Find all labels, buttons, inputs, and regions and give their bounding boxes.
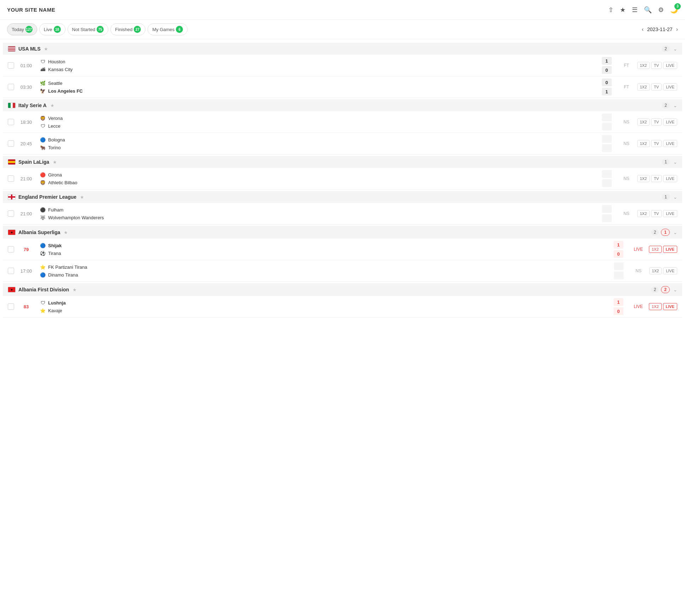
team-name-partizani: FK Partizani Tirana (48, 265, 87, 270)
match-checkbox[interactable] (8, 246, 14, 252)
league-name-albania-first: Albania First Division (18, 287, 69, 292)
flag-albania-first (8, 287, 16, 292)
date-navigation: ‹ 2023-11-27 › (642, 26, 678, 33)
match-checkbox[interactable] (8, 84, 14, 90)
away-score-empty (602, 123, 612, 130)
tv-button[interactable]: TV (651, 62, 662, 69)
team-icon-lushnja: 🛡 (40, 300, 46, 306)
one-x-two-button[interactable]: 1X2 (637, 83, 650, 91)
match-actions: 1X2 TV LIVE (637, 210, 678, 217)
team-row-home: 🛡 Houston (40, 58, 598, 65)
one-x-two-button[interactable]: 1X2 (637, 175, 650, 182)
live-button[interactable]: LIVE (663, 175, 677, 182)
live-button[interactable]: LIVE (663, 267, 677, 274)
home-score: 1 (602, 57, 612, 65)
match-checkbox[interactable] (8, 140, 14, 147)
tab-finished[interactable]: Finished 27 (110, 23, 145, 35)
match-actions: 1X2 LIVE (649, 303, 677, 310)
match-checkbox[interactable] (8, 62, 14, 69)
tv-button[interactable]: TV (651, 210, 662, 217)
league-chevron[interactable]: ⌄ (673, 194, 677, 200)
league-star-usa-mls[interactable]: ★ (44, 46, 48, 52)
league-chevron[interactable]: ⌄ (673, 46, 677, 52)
tab-not-started-count: 75 (97, 26, 104, 33)
tab-today[interactable]: Today 127 (7, 23, 37, 35)
match-score: 0 1 (602, 79, 612, 95)
live-button[interactable]: LIVE (663, 140, 677, 147)
team-icon-shijak: 🔵 (40, 242, 46, 249)
tab-finished-count: 27 (134, 26, 141, 33)
match-checkbox[interactable] (8, 210, 14, 217)
team-row-home: 🛡 Lushnja (40, 300, 610, 306)
team-row-home: 🦁 Verona (40, 115, 598, 121)
content: USA MLS ★ 2 ⌄ 01:00 🛡 Houston 🏙 Kansas C… (0, 39, 685, 322)
star-icon[interactable]: ★ (620, 6, 626, 14)
team-icon-lecce: 🛡 (40, 123, 46, 129)
live-active-button[interactable]: LIVE (663, 246, 677, 253)
tv-button[interactable]: TV (651, 140, 662, 147)
league-count-num: 2 (662, 102, 670, 109)
match-checkbox[interactable] (8, 175, 14, 182)
prev-date-button[interactable]: ‹ (642, 26, 644, 33)
search-icon[interactable]: 🔍 (644, 6, 652, 14)
notification-bell[interactable]: 🌙 3 (670, 6, 678, 14)
header-icons: ⇧ ★ ☰ 🔍 ⚙ 🌙 3 (608, 6, 678, 14)
league-count-england: 1 ⌄ (662, 194, 677, 200)
team-name-verona: Verona (48, 116, 63, 121)
one-x-two-live-button[interactable]: 1X2 (649, 303, 662, 310)
match-row: 20:45 🔵 Bologna 🐂 Torino NS 1X2 TV LIVE (3, 133, 682, 155)
share-icon[interactable]: ⇧ (608, 6, 614, 14)
menu-icon[interactable]: ☰ (632, 6, 638, 14)
live-button[interactable]: LIVE (663, 118, 677, 126)
match-teams: 🔵 Shijak ⚽ Tirana (40, 242, 610, 256)
settings-icon[interactable]: ⚙ (658, 6, 664, 14)
match-time: 01:00 (17, 63, 35, 68)
league-live-count: 2 (661, 286, 670, 293)
league-star-spain[interactable]: ★ (53, 159, 57, 165)
league-count-num: 2 (662, 46, 670, 52)
one-x-two-button[interactable]: 1X2 (637, 210, 650, 217)
league-chevron[interactable]: ⌄ (673, 103, 677, 108)
tab-not-started[interactable]: Not Started 75 (68, 23, 109, 35)
one-x-two-button[interactable]: 1X2 (649, 267, 662, 274)
tv-button[interactable]: TV (651, 83, 662, 91)
live-button[interactable]: LIVE (663, 62, 677, 69)
league-name-spain: Spain LaLiga (18, 159, 49, 165)
league-chevron[interactable]: ⌄ (673, 159, 677, 165)
one-x-two-button[interactable]: 1X2 (637, 140, 650, 147)
live-button[interactable]: LIVE (663, 210, 677, 217)
match-status: FT (616, 63, 637, 68)
team-icon-fulham: ⚫ (40, 207, 46, 213)
league-chevron[interactable]: ⌄ (673, 230, 677, 235)
league-chevron[interactable]: ⌄ (673, 287, 677, 292)
match-checkbox[interactable] (8, 303, 14, 310)
team-icon-lafc: 🦅 (40, 88, 46, 94)
league-star-albania-first[interactable]: ★ (73, 287, 77, 292)
match-checkbox[interactable] (8, 268, 14, 274)
match-status: NS (616, 176, 637, 181)
tab-my-games[interactable]: My Games 6 (148, 23, 188, 35)
one-x-two-live-button[interactable]: 1X2 (649, 246, 662, 253)
team-row-away: 🦅 Los Angeles FC (40, 88, 598, 94)
live-button[interactable]: LIVE (663, 83, 677, 91)
league-count-num: 2 (651, 286, 659, 293)
tv-button[interactable]: TV (651, 118, 662, 126)
one-x-two-button[interactable]: 1X2 (637, 118, 650, 126)
home-score-empty (602, 114, 612, 121)
tv-button[interactable]: TV (651, 175, 662, 182)
match-score (602, 170, 612, 187)
league-header-spain: Spain LaLiga ★ 1 ⌄ (3, 156, 682, 168)
next-date-button[interactable]: › (676, 26, 678, 33)
current-date: 2023-11-27 (647, 27, 673, 32)
one-x-two-button[interactable]: 1X2 (637, 62, 650, 69)
match-checkbox[interactable] (8, 119, 14, 125)
live-active-button[interactable]: LIVE (663, 303, 677, 310)
team-row-home: ⭐ FK Partizani Tirana (40, 264, 610, 270)
team-row-away: 🐺 Wolverhampton Wanderers (40, 214, 598, 221)
league-star-italy[interactable]: ★ (50, 103, 54, 108)
away-score-empty (602, 144, 612, 152)
league-star-albania[interactable]: ★ (64, 230, 68, 235)
match-teams: ⚫ Fulham 🐺 Wolverhampton Wanderers (40, 207, 598, 221)
tab-live[interactable]: Live 18 (39, 23, 65, 35)
league-star-england[interactable]: ★ (80, 194, 84, 200)
